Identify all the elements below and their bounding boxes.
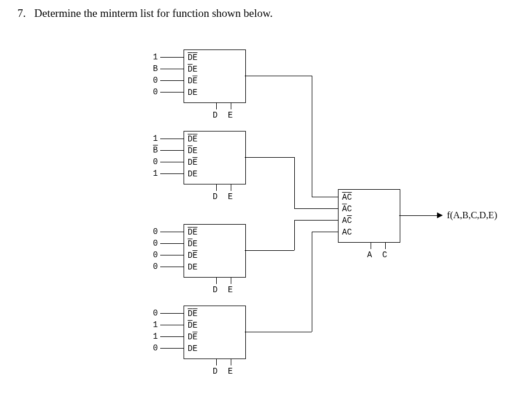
mux2-row1: DE bbox=[188, 238, 198, 250]
mux0-sel-d: D bbox=[213, 111, 217, 120]
mux0-row3: DE bbox=[188, 87, 198, 98]
muxr-row0: AC bbox=[342, 191, 352, 203]
mux3-row1: DE bbox=[188, 320, 198, 331]
mux3-row0: DE bbox=[188, 308, 198, 320]
wire-3-h2 bbox=[312, 232, 338, 232]
mux1-sel-e-stub bbox=[231, 184, 231, 191]
mux1-row3: DE bbox=[188, 168, 198, 180]
mux3-in0: 0 bbox=[153, 308, 158, 318]
mux1-in0: 1 bbox=[153, 134, 158, 143]
mux1-in1: B bbox=[153, 145, 158, 155]
wire-3-h1 bbox=[245, 332, 312, 332]
mux2-sel-d: D bbox=[213, 285, 217, 294]
mux0-in0: 1 bbox=[153, 52, 158, 62]
muxr-row3: AC bbox=[342, 226, 352, 238]
circuit-diagram: DE DE DE DE D E 1 B 0 0 DE DE DE DE D E … bbox=[137, 49, 522, 393]
mux0-in3: 0 bbox=[153, 87, 158, 97]
mux3-row3: DE bbox=[188, 343, 198, 354]
muxr-sel-c: C bbox=[382, 250, 387, 260]
mux2-sel-d-stub bbox=[216, 277, 217, 284]
wire-0-h1 bbox=[245, 76, 312, 76]
wire-1-h1 bbox=[245, 157, 294, 158]
mux2-sel-e-stub bbox=[231, 277, 231, 284]
mux3-sel-e-stub bbox=[231, 358, 231, 365]
mux1-row0: DE bbox=[188, 133, 198, 145]
mux1-row2: DE bbox=[188, 157, 198, 168]
mux0-sel-e-stub bbox=[231, 102, 231, 109]
mux2-row0: DE bbox=[188, 226, 198, 238]
mux3-row2: DE bbox=[188, 331, 198, 343]
wire-2-h1 bbox=[245, 250, 294, 251]
mux-de-3: DE DE DE DE D E bbox=[184, 306, 246, 359]
wire-2-h2 bbox=[294, 220, 338, 221]
wire-3-v bbox=[312, 232, 312, 332]
mux-ac: AC AC AC AC A C bbox=[338, 189, 400, 243]
mux0-in1: B bbox=[153, 64, 158, 73]
arrowhead-icon bbox=[437, 212, 443, 218]
mux3-sel-e: E bbox=[228, 367, 232, 376]
mux-de-1: DE DE DE DE D E bbox=[184, 131, 246, 184]
muxr-sel-a: A bbox=[367, 250, 372, 260]
mux3-in2: 1 bbox=[153, 332, 158, 341]
muxr-sel-c-stub bbox=[385, 242, 386, 249]
wire-2-v bbox=[294, 220, 295, 250]
mux1-sel-d-stub bbox=[216, 184, 217, 191]
mux1-sel-d: D bbox=[213, 192, 217, 201]
wire-0-v bbox=[312, 76, 312, 197]
mux2-sel-e: E bbox=[228, 285, 232, 294]
mux0-row1: DE bbox=[188, 63, 198, 75]
mux2-row3: DE bbox=[188, 261, 198, 273]
wire-0-h2 bbox=[312, 197, 338, 197]
mux2-in0: 0 bbox=[153, 227, 158, 236]
mux3-in3: 0 bbox=[153, 343, 158, 353]
mux0-row2: DE bbox=[188, 75, 198, 87]
question-number: 7. bbox=[17, 7, 31, 20]
wire-out bbox=[399, 215, 437, 216]
wire-1-v bbox=[294, 157, 295, 208]
mux0-in2: 0 bbox=[153, 76, 158, 85]
mux2-in3: 0 bbox=[153, 262, 158, 271]
output-label: f(A,B,C,D,E) bbox=[447, 210, 497, 221]
question-text: 7. Determine the minterm list for functi… bbox=[17, 7, 273, 20]
mux3-in1: 1 bbox=[153, 320, 158, 329]
mux1-row1: DE bbox=[188, 145, 198, 157]
mux1-sel-e: E bbox=[228, 192, 232, 201]
mux0-row0: DE bbox=[188, 52, 198, 63]
question-body: Determine the minterm list for function … bbox=[34, 7, 273, 19]
wire-1-h2 bbox=[294, 208, 338, 209]
muxr-row2: AC bbox=[342, 215, 352, 226]
mux1-in3: 1 bbox=[153, 169, 158, 178]
mux2-row2: DE bbox=[188, 250, 198, 261]
mux0-sel-e: E bbox=[228, 111, 232, 120]
mux0-sel-d-stub bbox=[216, 102, 217, 109]
mux3-sel-d: D bbox=[213, 367, 217, 376]
mux1-in2: 0 bbox=[153, 157, 158, 166]
mux2-in2: 0 bbox=[153, 250, 158, 260]
muxr-sel-a-stub bbox=[371, 242, 371, 249]
mux-de-0: DE DE DE DE D E bbox=[184, 49, 246, 103]
mux2-in1: 0 bbox=[153, 239, 158, 248]
mux3-sel-d-stub bbox=[216, 358, 217, 365]
muxr-row1: AC bbox=[342, 203, 352, 215]
mux-de-2: DE DE DE DE D E bbox=[184, 224, 246, 278]
